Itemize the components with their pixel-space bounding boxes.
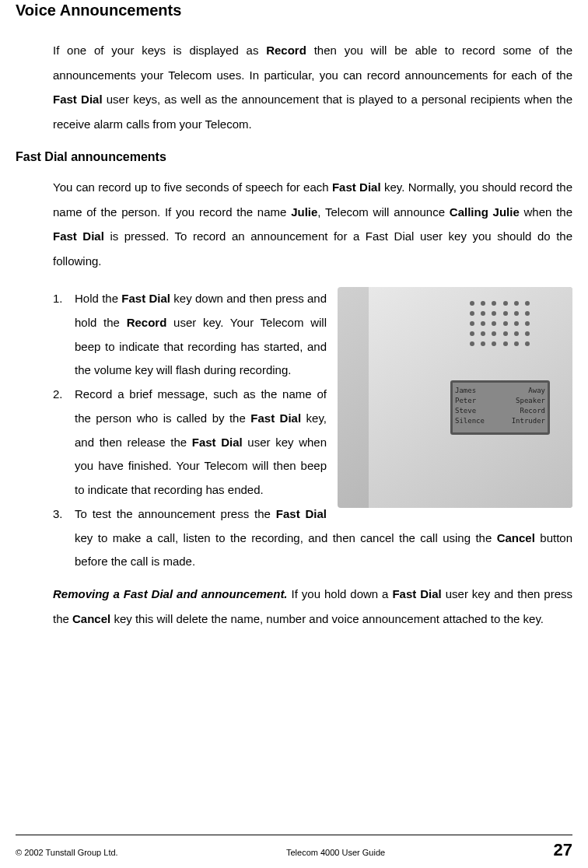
text-bold: Record bbox=[127, 316, 167, 329]
text: is pressed. To record an announcement fo… bbox=[53, 229, 572, 268]
footer-title: Telecom 4000 User Guide bbox=[118, 848, 554, 857]
step-number: 3. bbox=[53, 502, 75, 527]
text: user keys, as well as the announcement t… bbox=[53, 93, 572, 131]
text-bold: Fast Dial bbox=[53, 229, 104, 243]
intro-paragraph: If one of your keys is displayed as Reco… bbox=[53, 38, 572, 136]
lcd-row: SilenceIntruder bbox=[455, 416, 545, 426]
text-bold: Fast Dial bbox=[53, 93, 103, 106]
speaker-grille bbox=[470, 301, 532, 348]
text: You can record up to five seconds of spe… bbox=[53, 180, 332, 194]
step-number: 2. bbox=[53, 383, 75, 407]
text-bold: Fast Dial bbox=[276, 507, 327, 520]
text-bold: Fast Dial bbox=[332, 180, 381, 194]
text-bold: Cancel bbox=[72, 612, 110, 625]
text: If one of your keys is displayed as bbox=[53, 44, 266, 57]
lcd-right-text: Speaker bbox=[516, 396, 545, 406]
text: key this will delete the name, number an… bbox=[110, 612, 544, 625]
lcd-left-text: Peter bbox=[455, 396, 476, 406]
text-bold: Fast Dial bbox=[250, 411, 301, 425]
text-bold: Fast Dial bbox=[121, 292, 170, 305]
text-bold: Fast Dial bbox=[192, 436, 243, 449]
step-item: 3. To test the announcement press the Fa… bbox=[53, 502, 572, 574]
lcd-row: JamesAway bbox=[455, 386, 545, 396]
lcd-row: SteveRecord bbox=[455, 406, 545, 416]
section-title: Voice Announcements bbox=[16, 2, 572, 19]
text: key to make a call, listen to the record… bbox=[75, 531, 497, 544]
text-bold: Calling Julie bbox=[450, 205, 520, 219]
text-bold: Julie bbox=[291, 205, 317, 219]
text: Hold the bbox=[75, 292, 121, 305]
page-footer: © 2002 Tunstall Group Ltd. Telecom 4000 … bbox=[16, 835, 572, 860]
text-bold: Record bbox=[266, 44, 306, 57]
lcd-right-text: Intruder bbox=[512, 416, 545, 426]
subsection-title: Fast Dial announcements bbox=[16, 150, 572, 164]
lcd-row: PeterSpeaker bbox=[455, 396, 545, 406]
device-lcd-screen: JamesAwayPeterSpeakerSteveRecordSilenceI… bbox=[450, 380, 550, 435]
text: To test the announcement press the bbox=[75, 507, 276, 520]
text-bold: Fast Dial bbox=[392, 587, 441, 600]
sub-intro-paragraph: You can record up to five seconds of spe… bbox=[53, 175, 572, 273]
lcd-left-text: Silence bbox=[455, 416, 485, 426]
text-bold: Cancel bbox=[497, 531, 535, 544]
text: If you hold down a bbox=[288, 587, 393, 600]
removing-paragraph: Removing a Fast Dial and announcement. I… bbox=[53, 582, 572, 631]
step-number: 1. bbox=[53, 287, 75, 311]
text: when the bbox=[520, 205, 572, 219]
device-photo: JamesAwayPeterSpeakerSteveRecordSilenceI… bbox=[338, 287, 572, 508]
removing-heading: Removing a Fast Dial and announcement. bbox=[53, 587, 288, 600]
text: , Telecom will announce bbox=[317, 205, 450, 219]
lcd-right-text: Away bbox=[528, 386, 545, 396]
lcd-right-text: Record bbox=[520, 406, 545, 416]
lcd-left-text: James bbox=[455, 386, 476, 396]
footer-page-number: 27 bbox=[554, 840, 572, 860]
footer-copyright: © 2002 Tunstall Group Ltd. bbox=[16, 848, 118, 857]
lcd-left-text: Steve bbox=[455, 406, 476, 416]
